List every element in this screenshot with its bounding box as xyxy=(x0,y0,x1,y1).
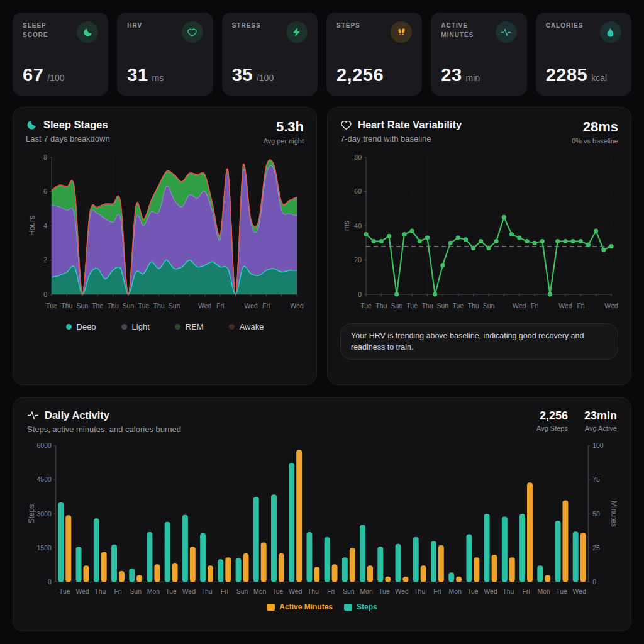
svg-text:Fri: Fri xyxy=(577,302,584,309)
daily-activity-card: Daily Activity Steps, active minutes, an… xyxy=(13,397,631,631)
svg-text:0: 0 xyxy=(48,579,52,586)
svg-text:Tue: Tue xyxy=(360,302,372,309)
svg-text:8: 8 xyxy=(43,153,47,161)
svg-text:Tue: Tue xyxy=(272,588,284,595)
heart-icon xyxy=(182,21,203,43)
legend-label: Awake xyxy=(240,322,264,331)
svg-text:Fri: Fri xyxy=(114,588,121,595)
stat-label: Active Minutes xyxy=(441,21,485,40)
svg-text:Mon: Mon xyxy=(449,588,462,595)
svg-text:60: 60 xyxy=(354,187,362,195)
svg-text:100: 100 xyxy=(592,442,604,449)
svg-text:Wed: Wed xyxy=(484,588,497,595)
svg-text:Mon: Mon xyxy=(147,588,160,595)
svg-text:Wed: Wed xyxy=(558,302,572,309)
legend-label: Active Minutes xyxy=(279,602,333,611)
card-subtitle: Last 7 days breakdown xyxy=(26,134,110,143)
svg-text:75: 75 xyxy=(592,476,600,483)
legend-item-steps[interactable]: Steps xyxy=(344,602,377,611)
svg-text:Wed: Wed xyxy=(604,302,618,309)
stat-card-stress: Stress 35 /100 xyxy=(222,13,318,96)
svg-text:Tue: Tue xyxy=(406,302,418,309)
svg-text:6: 6 xyxy=(43,187,47,195)
stat-card-calories: Calories 2285 kcal xyxy=(536,13,631,96)
hrv-insight-note: Your HRV is trending above baseline, ind… xyxy=(340,323,618,360)
stat-value: 2285 xyxy=(546,65,588,86)
light-dot xyxy=(121,324,127,330)
sleep-stages-card: Sleep Stages Last 7 days breakdown 5.3h … xyxy=(13,107,317,385)
avg-sleep-value: 5.3h xyxy=(263,119,304,135)
svg-text:Thu: Thu xyxy=(107,302,118,309)
svg-text:20: 20 xyxy=(354,256,362,264)
svg-text:Tue: Tue xyxy=(165,588,177,595)
svg-text:4: 4 xyxy=(43,222,47,230)
stat-label: Steps xyxy=(336,21,360,31)
pulse-icon xyxy=(496,21,517,43)
svg-text:25: 25 xyxy=(592,545,600,552)
hrv-vs-baseline: 0% vs baseline xyxy=(572,137,618,145)
svg-text:Sun: Sun xyxy=(123,302,135,309)
svg-text:Tue: Tue xyxy=(379,588,390,595)
svg-text:Wed: Wed xyxy=(395,588,408,595)
svg-text:Wed: Wed xyxy=(75,588,89,595)
svg-text:Sun: Sun xyxy=(391,302,402,309)
pulse-icon xyxy=(27,409,39,421)
svg-text:Sun: Sun xyxy=(483,302,495,309)
svg-text:2: 2 xyxy=(43,256,47,264)
stat-label: Sleep Score xyxy=(23,21,67,40)
svg-text:Tue: Tue xyxy=(138,302,149,309)
stat-unit: /100 xyxy=(47,73,64,83)
svg-text:Wed: Wed xyxy=(573,588,586,595)
svg-text:Thu: Thu xyxy=(414,588,425,595)
svg-text:6000: 6000 xyxy=(37,442,52,449)
svg-text:Tue: Tue xyxy=(46,302,57,309)
svg-text:50: 50 xyxy=(592,511,600,518)
legend-item-awake[interactable]: Awake xyxy=(229,322,264,331)
svg-text:Tue: Tue xyxy=(556,588,567,595)
svg-text:Thu: Thu xyxy=(375,302,387,309)
svg-text:Fri: Fri xyxy=(262,302,270,309)
hrv-value: 28ms xyxy=(572,119,618,135)
legend-item-deep[interactable]: Deep xyxy=(66,322,96,331)
stat-label: HRV xyxy=(127,21,142,31)
stat-card-active-minutes: Active Minutes 23 min xyxy=(431,13,526,96)
svg-text:Sun: Sun xyxy=(76,302,88,309)
hrv-card: Heart Rate Variability 7-day trend with … xyxy=(327,107,631,385)
avg-steps-caption: Avg Steps xyxy=(536,425,568,432)
card-subtitle: Steps, active minutes, and calories burn… xyxy=(27,425,181,434)
stat-unit: kcal xyxy=(591,73,607,83)
bolt-icon xyxy=(286,21,308,43)
sleep-stages-chart: TueThuSunTheThuSunTueThuSunWedFriWedFriW… xyxy=(26,151,304,313)
legend-item-light[interactable]: Light xyxy=(121,322,150,331)
svg-text:Thu: Thu xyxy=(201,588,213,595)
svg-text:Sun: Sun xyxy=(236,588,248,595)
stat-card-steps: Steps 2,256 xyxy=(326,13,422,96)
activity-legend: Active Minutes Steps xyxy=(27,602,617,611)
legend-item-rem[interactable]: REM xyxy=(175,322,204,331)
svg-text:ms: ms xyxy=(342,221,351,231)
svg-text:Wed: Wed xyxy=(513,302,526,309)
svg-text:Thu: Thu xyxy=(468,302,479,309)
svg-text:0: 0 xyxy=(358,291,362,298)
sleep-legend: Deep Light REM Awake xyxy=(26,322,304,331)
svg-text:Fri: Fri xyxy=(221,588,228,595)
moon-icon xyxy=(77,21,98,43)
stat-cards-row: Sleep Score 67 /100 HRV 31 ms xyxy=(13,13,631,96)
legend-item-active-minutes[interactable]: Active Minutes xyxy=(267,602,333,611)
awake-dot xyxy=(229,324,235,330)
svg-text:Thu: Thu xyxy=(94,588,106,595)
svg-text:0: 0 xyxy=(43,291,47,298)
svg-text:Wed: Wed xyxy=(244,302,258,309)
avg-active-value: 23min xyxy=(584,409,617,423)
svg-text:40: 40 xyxy=(354,222,362,230)
legend-label: Steps xyxy=(357,602,377,611)
svg-text:Fri: Fri xyxy=(531,302,538,309)
active-minutes-swatch xyxy=(267,604,275,611)
stat-value: 35 xyxy=(232,65,253,86)
stat-card-hrv: HRV 31 ms xyxy=(117,13,213,96)
rem-dot xyxy=(175,324,180,330)
svg-text:Sun: Sun xyxy=(130,588,142,595)
svg-text:Minutes: Minutes xyxy=(609,501,617,527)
flame-icon xyxy=(600,21,621,43)
svg-text:The: The xyxy=(92,302,103,309)
